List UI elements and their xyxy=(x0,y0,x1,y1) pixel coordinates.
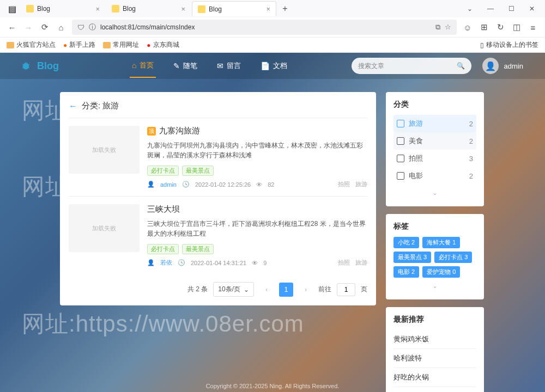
bookmark-item[interactable]: ●新手上路 xyxy=(63,40,95,50)
article-tag[interactable]: 最美景点 xyxy=(182,166,214,176)
close-icon[interactable]: × xyxy=(181,5,185,13)
recommend-item[interactable]: 哈利波特 xyxy=(393,348,476,367)
nav-item-3[interactable]: 📄文档 xyxy=(258,54,289,78)
new-tab-button[interactable]: + xyxy=(277,4,293,14)
address-bar[interactable]: 🛡 ⓘ localhost:81/cms/main/cmsIndex ⧉ ☆ xyxy=(72,20,457,35)
prev-page-button[interactable]: ‹ xyxy=(259,283,274,297)
article-tag[interactable]: 必打卡点 xyxy=(147,166,179,176)
avatar[interactable]: 👤 xyxy=(482,58,499,74)
book-icon xyxy=(397,137,404,145)
maximize-icon[interactable]: ☐ xyxy=(502,2,520,15)
author-icon: 👤 xyxy=(147,259,155,266)
expand-tags[interactable]: ⌄ xyxy=(393,280,476,292)
total-count: 共 2 条 xyxy=(187,285,208,294)
chevron-down-icon[interactable]: ⌄ xyxy=(461,2,479,15)
info-icon: ⓘ xyxy=(89,22,96,32)
nav-item-2[interactable]: ✉留言 xyxy=(215,54,243,78)
article-category[interactable]: 旅游 xyxy=(355,259,367,267)
close-window-icon[interactable]: ✕ xyxy=(523,2,541,15)
nav-icon: ✉ xyxy=(217,62,223,70)
recommend-item[interactable]: 黄焖鸡米饭 xyxy=(393,330,476,348)
folder-icon xyxy=(7,42,14,48)
browser-tab[interactable]: Blog × xyxy=(21,1,105,16)
search-icon[interactable]: 🔍 xyxy=(457,62,465,70)
bookmark-item[interactable]: ●京东商城 xyxy=(147,40,179,50)
favicon-icon xyxy=(26,5,34,13)
reader-icon[interactable]: ⧉ xyxy=(435,23,440,32)
site-logo[interactable]: ❅ Blog xyxy=(22,60,59,72)
clock-icon: 🕓 xyxy=(178,259,185,266)
home-icon[interactable]: ⌂ xyxy=(56,22,66,33)
folder-icon xyxy=(103,42,111,48)
category-item[interactable]: 电影2 xyxy=(393,167,476,185)
tag-cloud-item[interactable]: 海鲜大餐 1 xyxy=(422,237,460,248)
nav-icon: ⌂ xyxy=(132,61,136,70)
book-icon xyxy=(397,155,404,162)
article-tag[interactable]: 必打卡点 xyxy=(147,244,179,254)
reload-icon[interactable]: ⟳ xyxy=(39,22,50,33)
close-icon[interactable]: × xyxy=(95,5,100,13)
category-item[interactable]: 拍照3 xyxy=(393,150,476,167)
nav-icon: ✎ xyxy=(173,62,180,70)
mobile-bookmarks[interactable]: ▯移动设备上的书签 xyxy=(480,40,538,50)
search-input[interactable]: 搜索文章 🔍 xyxy=(352,58,471,74)
tag-cloud-item[interactable]: 最美景点 3 xyxy=(393,252,431,263)
tag-cloud-item[interactable]: 小吃 2 xyxy=(393,237,419,248)
page-number-button[interactable]: 1 xyxy=(279,283,293,297)
article-author[interactable]: admin xyxy=(160,181,177,188)
close-icon[interactable]: × xyxy=(266,5,270,13)
goto-page-input[interactable] xyxy=(337,283,355,296)
back-arrow-icon[interactable]: ← xyxy=(69,101,77,111)
tag-cloud-item[interactable]: 爱护宠物 0 xyxy=(422,266,460,278)
article-item[interactable]: 加载失败 三峡大坝 三峡大坝位于宜昌市三斗坪，距下游葛洲坝水利枢纽工程28 米，… xyxy=(69,196,367,274)
bookmark-item[interactable]: 常用网址 xyxy=(103,40,139,50)
minimize-icon[interactable]: — xyxy=(482,2,499,15)
category-item[interactable]: 旅游2 xyxy=(393,115,476,132)
article-category[interactable]: 拍照 xyxy=(338,180,350,188)
footer-copyright: Copyright © 2021-2025 Ning. All Rights R… xyxy=(0,383,545,389)
article-desc: 三峡大坝位于宜昌市三斗坪，距下游葛洲坝水利枢纽工程28 米，是当今世界最大的水利… xyxy=(147,219,367,238)
article-date: 2022-01-04 14:31:21 xyxy=(191,260,246,266)
pinned-badge: 顶 xyxy=(147,127,156,136)
eye-icon: 👁 xyxy=(252,260,258,266)
bookmark-star-icon[interactable]: ☆ xyxy=(445,23,451,32)
sidebar-icon[interactable]: ◫ xyxy=(511,22,522,33)
next-page-button[interactable]: › xyxy=(299,283,313,297)
nav-item-0[interactable]: ⌂首页 xyxy=(130,54,156,78)
article-title[interactable]: 三峡大坝 xyxy=(147,204,367,215)
book-icon xyxy=(397,172,404,180)
menu-icon[interactable]: ≡ xyxy=(528,22,538,33)
category-count: 2 xyxy=(469,137,473,145)
article-category[interactable]: 拍照 xyxy=(338,259,350,267)
extensions-icon[interactable]: ⊞ xyxy=(479,22,489,33)
article-date: 2022-01-02 12:25:26 xyxy=(195,181,251,188)
category-item[interactable]: 美食2 xyxy=(393,132,476,150)
nav-item-1[interactable]: ✎随笔 xyxy=(171,54,199,78)
bookmark-item[interactable]: 火狐官方站点 xyxy=(7,40,56,50)
expand-categories[interactable]: ⌄ xyxy=(393,187,476,199)
sidebar-toggle-icon[interactable]: ▤ xyxy=(4,2,20,15)
tag-cloud-item[interactable]: 电影 2 xyxy=(393,266,419,278)
url-text: localhost:81/cms/main/cmsIndex xyxy=(100,23,195,31)
browser-tab[interactable]: Blog × xyxy=(106,1,191,16)
article-tag[interactable]: 最美景点 xyxy=(182,244,214,254)
page-size-select[interactable]: 10条/页 ⌄ xyxy=(213,282,254,297)
library-icon[interactable]: ↻ xyxy=(495,22,506,33)
search-placeholder: 搜索文章 xyxy=(358,62,384,71)
article-author[interactable]: 若依 xyxy=(160,259,172,267)
recommend-title: 最新推荐 xyxy=(393,315,476,324)
categories-title: 分类 xyxy=(393,100,476,109)
article-thumbnail: 加载失败 xyxy=(69,126,140,174)
article-category[interactable]: 旅游 xyxy=(355,180,367,188)
article-item[interactable]: 加载失败 顶 九寨沟旅游 九寨沟位于阿坝州九寨沟县境内，沟中雪峰林立，林木茂密，… xyxy=(69,118,367,196)
eye-icon: 👁 xyxy=(256,181,262,188)
article-title[interactable]: 顶 九寨沟旅游 xyxy=(147,126,367,136)
forward-icon[interactable]: → xyxy=(23,22,34,33)
browser-tab-active[interactable]: Blog × xyxy=(192,1,276,16)
breadcrumb: ← 分类: 旅游 xyxy=(69,101,367,111)
tag-cloud-item[interactable]: 必打卡点 3 xyxy=(434,252,472,263)
username-label[interactable]: admin xyxy=(504,62,523,70)
back-icon[interactable]: ← xyxy=(7,22,17,33)
account-icon[interactable]: ☺ xyxy=(462,22,473,33)
logo-icon: ❅ xyxy=(22,60,33,71)
